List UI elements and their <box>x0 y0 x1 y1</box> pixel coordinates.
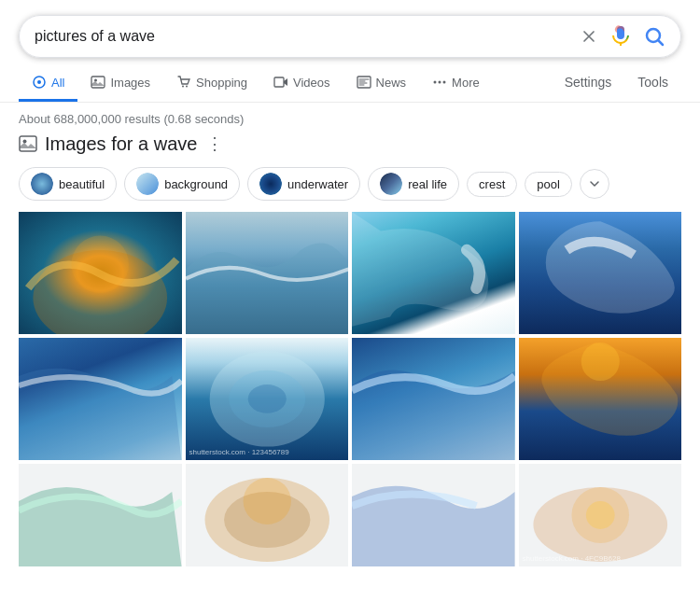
wave-image-3[interactable] <box>352 212 515 334</box>
svg-point-7 <box>186 86 188 88</box>
svg-point-11 <box>439 81 441 84</box>
wave-overlay-8 <box>519 338 682 460</box>
images-section-icon <box>19 134 37 153</box>
result-count: About 688,000,000 results (0.68 seconds) <box>0 103 700 132</box>
svg-point-19 <box>247 384 286 413</box>
chip-beautiful[interactable]: beautiful <box>19 167 117 201</box>
wave-overlay-5 <box>19 338 182 460</box>
svg-point-12 <box>443 81 446 84</box>
chip-pool-label: pool <box>537 177 560 191</box>
nav-right: Settings Tools <box>552 65 681 102</box>
videos-icon <box>273 75 288 90</box>
chip-real-life-label: real life <box>408 177 447 191</box>
svg-rect-13 <box>20 136 36 151</box>
chip-underwater-image <box>259 173 282 195</box>
chip-real-life-image <box>380 173 402 195</box>
wave-image-2[interactable] <box>186 212 349 334</box>
image-grid-row2: shutterstock.com · 123456789 <box>19 338 681 460</box>
search-icon <box>643 25 665 48</box>
filter-chips: beautiful background underwater real lif… <box>19 167 681 201</box>
search-input[interactable]: pictures of a wave <box>35 28 580 45</box>
svg-rect-4 <box>91 77 105 88</box>
wave-overlay-6 <box>186 338 349 460</box>
wave-image-11[interactable] <box>352 464 515 566</box>
search-bar: pictures of a wave <box>19 15 681 58</box>
svg-rect-9 <box>357 77 371 88</box>
clear-button[interactable] <box>580 27 598 46</box>
nav-tabs: All Images Shopping Videos News <box>0 65 700 103</box>
image-grid-row1 <box>19 212 681 334</box>
more-options-icon: ⋮ <box>206 133 223 154</box>
shopping-icon <box>176 75 191 90</box>
images-section: Images for a wave ⋮ beautiful background… <box>0 132 700 566</box>
chip-underwater-label: underwater <box>287 177 348 191</box>
chip-beautiful-image <box>31 173 53 195</box>
tab-more-label: More <box>452 76 480 90</box>
images-section-title: Images for a wave <box>45 133 197 155</box>
wave-image-9[interactable] <box>19 464 182 566</box>
search-bar-container: pictures of a wave <box>0 0 700 58</box>
tab-all[interactable]: All <box>19 65 77 102</box>
chip-crest-label: crest <box>479 177 505 191</box>
watermark-12: shutterstock.com · 4FC9B628 <box>523 554 621 563</box>
wave-overlay-12 <box>519 464 682 566</box>
chip-beautiful-label: beautiful <box>59 177 105 191</box>
tab-news[interactable]: News <box>343 65 420 102</box>
chip-expand-button[interactable] <box>580 169 609 199</box>
tab-videos-label: Videos <box>293 76 330 90</box>
svg-rect-8 <box>274 77 284 87</box>
wave-image-7[interactable] <box>352 338 515 460</box>
wave-image-4[interactable] <box>519 212 682 334</box>
wave-overlay-10 <box>186 464 349 566</box>
svg-point-20 <box>581 342 619 381</box>
settings-label: Settings <box>565 75 612 90</box>
svg-point-3 <box>37 80 41 84</box>
tab-shopping-label: Shopping <box>196 76 247 90</box>
wave-image-1[interactable] <box>19 212 182 334</box>
wave-overlay-9 <box>19 464 182 566</box>
chevron-down-icon <box>588 177 601 190</box>
result-count-text: About 688,000,000 results (0.68 seconds) <box>19 112 244 126</box>
tab-images[interactable]: Images <box>77 65 163 102</box>
chip-background[interactable]: background <box>124 167 240 201</box>
chip-crest[interactable]: crest <box>467 172 517 197</box>
svg-point-6 <box>182 86 184 88</box>
voice-search-button[interactable] <box>609 25 632 48</box>
chip-underwater[interactable]: underwater <box>247 167 360 201</box>
tab-settings[interactable]: Settings <box>552 65 625 102</box>
wave-image-6[interactable]: shutterstock.com · 123456789 <box>186 338 349 460</box>
mic-icon <box>609 25 632 48</box>
watermark-2: shutterstock.com · 123456789 <box>189 448 289 456</box>
wave-image-12[interactable]: shutterstock.com · 4FC9B628 <box>519 464 682 566</box>
news-icon <box>357 75 371 90</box>
tab-videos[interactable]: Videos <box>260 65 343 102</box>
wave-overlay-11 <box>352 464 515 566</box>
tab-shopping[interactable]: Shopping <box>163 65 260 102</box>
wave-overlay-1 <box>19 212 182 334</box>
all-icon <box>32 75 47 90</box>
svg-point-23 <box>243 478 290 524</box>
search-button[interactable] <box>643 25 665 48</box>
wave-image-10[interactable] <box>186 464 349 566</box>
tab-images-label: Images <box>110 76 150 90</box>
wave-image-8[interactable] <box>519 338 682 460</box>
chip-background-image <box>136 173 159 195</box>
svg-point-5 <box>94 79 97 82</box>
wave-image-5[interactable] <box>19 338 182 460</box>
image-grid-row3: shutterstock.com · 4FC9B628 <box>19 464 681 566</box>
tab-all-label: All <box>51 76 64 90</box>
chip-background-label: background <box>164 177 228 191</box>
chip-pool[interactable]: pool <box>525 172 572 197</box>
tab-tools[interactable]: Tools <box>624 65 681 102</box>
images-header: Images for a wave ⋮ <box>19 132 681 156</box>
wave-overlay-3 <box>352 212 515 334</box>
search-icons <box>580 25 665 48</box>
chip-real-life[interactable]: real life <box>368 167 459 201</box>
close-icon <box>580 27 598 46</box>
svg-point-14 <box>23 140 27 144</box>
tab-more[interactable]: More <box>419 65 493 102</box>
wave-overlay-7 <box>352 338 515 460</box>
svg-point-16 <box>71 236 129 293</box>
images-more-options-button[interactable]: ⋮ <box>204 132 225 156</box>
tools-label: Tools <box>637 75 668 90</box>
